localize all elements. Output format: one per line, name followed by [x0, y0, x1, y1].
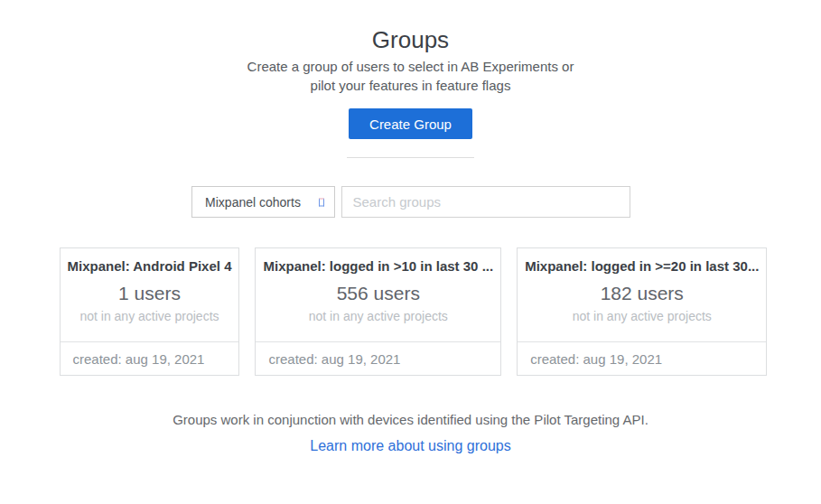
page-title: Groups — [0, 26, 821, 54]
group-card-status: not in any active projects — [256, 308, 500, 324]
subtitle-line-1: Create a group of users to select in AB … — [0, 57, 821, 76]
group-card-status: not in any active projects — [61, 308, 239, 324]
group-card-body: Mixpanel: logged in >=20 in last 30... 1… — [518, 248, 766, 341]
group-card-title: Mixpanel: logged in >10 in last 30 ... — [256, 257, 500, 275]
group-cards-row: Mixpanel: Android Pixel 4 1 users not in… — [60, 247, 762, 376]
group-card-user-count: 556 users — [256, 282, 500, 305]
search-groups-input[interactable] — [341, 186, 630, 218]
header-divider — [347, 157, 474, 158]
subtitle-line-2: pilot your features in feature flags — [0, 76, 821, 95]
dropdown-indicator-icon — [319, 198, 324, 206]
cohort-source-select[interactable]: Mixpanel cohorts — [191, 186, 335, 218]
page-header: Groups Create a group of users to select… — [0, 0, 821, 158]
group-card-user-count: 182 users — [518, 282, 766, 305]
cohort-source-select-value: Mixpanel cohorts — [205, 195, 301, 210]
footer-link-row: Learn more about using groups — [0, 438, 821, 454]
group-card-user-count: 1 users — [61, 282, 239, 305]
group-card-title: Mixpanel: Android Pixel 4 — [61, 257, 239, 275]
group-card[interactable]: Mixpanel: logged in >=20 in last 30... 1… — [517, 247, 767, 376]
groups-page: Groups Create a group of users to select… — [0, 0, 821, 504]
create-group-button[interactable]: Create Group — [349, 108, 472, 139]
filters-row: Mixpanel cohorts — [0, 186, 821, 218]
footer-info-text: Groups work in conjunction with devices … — [0, 411, 821, 429]
group-card-created: created: aug 19, 2021 — [256, 341, 500, 375]
page-subtitle: Create a group of users to select in AB … — [0, 57, 821, 95]
group-card-created: created: aug 19, 2021 — [61, 341, 239, 375]
group-card[interactable]: Mixpanel: logged in >10 in last 30 ... 5… — [255, 247, 501, 376]
learn-more-link[interactable]: Learn more about using groups — [310, 438, 510, 453]
group-card-title: Mixpanel: logged in >=20 in last 30... — [518, 257, 766, 275]
group-card[interactable]: Mixpanel: Android Pixel 4 1 users not in… — [60, 247, 240, 376]
group-card-body: Mixpanel: Android Pixel 4 1 users not in… — [61, 248, 239, 341]
group-card-body: Mixpanel: logged in >10 in last 30 ... 5… — [256, 248, 500, 341]
group-card-status: not in any active projects — [518, 308, 766, 324]
group-card-created: created: aug 19, 2021 — [518, 341, 766, 375]
